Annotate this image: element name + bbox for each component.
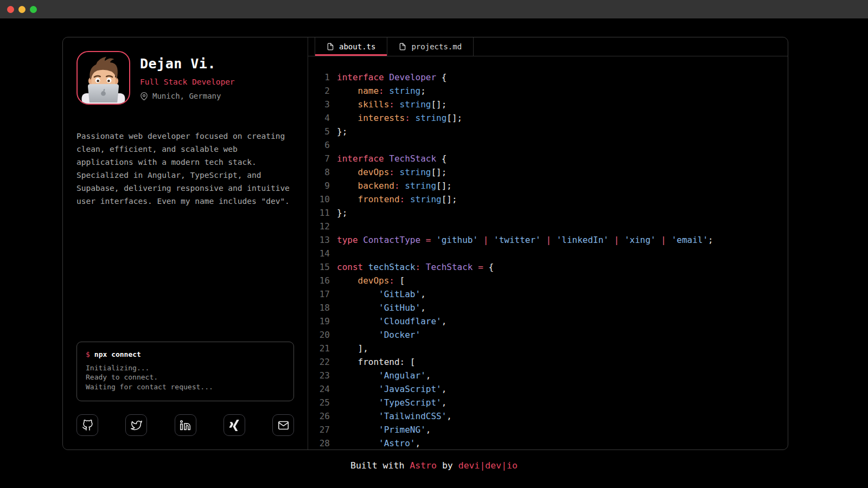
terminal-command: npx connect bbox=[94, 350, 141, 358]
profile-role: Full Stack Developer bbox=[140, 78, 235, 86]
file-icon bbox=[327, 43, 334, 50]
twitter-icon bbox=[131, 420, 142, 431]
line-number: 5 bbox=[308, 125, 330, 138]
code-lines: 1interface Developer {2 name: string;3 s… bbox=[308, 56, 788, 450]
linkedin-icon bbox=[180, 420, 191, 431]
profile-sidebar: Dejan Vi. Full Stack Developer Munich, G… bbox=[63, 37, 308, 450]
terminal-output-line: Ready to connect. bbox=[86, 373, 285, 382]
code-line: 15const techStack: TechStack = { bbox=[308, 260, 788, 274]
tab-label: about.ts bbox=[339, 42, 375, 51]
avatar bbox=[76, 51, 130, 105]
code-line: 19 'Cloudflare', bbox=[308, 314, 788, 328]
terminal-output-line: Initializing... bbox=[86, 363, 285, 373]
terminal-command-line: $npx connect bbox=[86, 350, 285, 358]
code-line: 11}; bbox=[308, 206, 788, 220]
profile-bio: Passionate web developer focused on crea… bbox=[76, 130, 294, 208]
line-number: 25 bbox=[308, 396, 330, 409]
code-line: 10 frontend: string[]; bbox=[308, 192, 788, 206]
footer: Built with Astro by devi|dev|io bbox=[0, 460, 868, 471]
line-number: 16 bbox=[308, 274, 330, 287]
profile-location-label: Munich, Germany bbox=[152, 92, 221, 100]
tab-projects-md[interactable]: projects.md bbox=[387, 37, 474, 56]
code-line: 17 'GitLab', bbox=[308, 287, 788, 301]
line-number: 1 bbox=[308, 70, 330, 84]
line-number: 11 bbox=[308, 206, 330, 220]
code-line: 18 'GitHub', bbox=[308, 301, 788, 314]
code-line: 25 'TypeScript', bbox=[308, 396, 788, 409]
footer-prefix: Built with bbox=[350, 460, 404, 471]
footer-middle: by bbox=[442, 460, 453, 471]
social-linkedin-button[interactable] bbox=[175, 414, 196, 436]
code-line: 21 ], bbox=[308, 342, 788, 355]
code-line: 22 frontend: [ bbox=[308, 355, 788, 369]
terminal-box: $npx connect Initializing... Ready to co… bbox=[76, 342, 294, 402]
social-twitter-button[interactable] bbox=[125, 414, 147, 436]
minimize-window-button[interactable] bbox=[18, 6, 25, 13]
profile-text: Dejan Vi. Full Stack Developer Munich, G… bbox=[140, 51, 235, 105]
code-line: 24 'JavaScript', bbox=[308, 382, 788, 396]
xing-icon bbox=[228, 420, 240, 431]
code-line: 20 'Docker' bbox=[308, 328, 788, 342]
code-line: 2 name: string; bbox=[308, 84, 788, 98]
code-line: 8 devOps: string[]; bbox=[308, 165, 788, 179]
line-number: 28 bbox=[308, 436, 330, 450]
code-line: 9 backend: string[]; bbox=[308, 179, 788, 192]
line-number: 27 bbox=[308, 423, 330, 436]
line-number: 17 bbox=[308, 287, 330, 301]
line-number: 4 bbox=[308, 111, 330, 125]
line-number: 18 bbox=[308, 301, 330, 314]
tab-label: projects.md bbox=[411, 42, 462, 51]
window-titlebar bbox=[0, 0, 868, 18]
social-github-button[interactable] bbox=[76, 414, 98, 436]
code-line: 4 interests: string[]; bbox=[308, 111, 788, 125]
code-line: 13type ContactType = 'github' | 'twitter… bbox=[308, 233, 788, 247]
github-icon bbox=[82, 420, 93, 431]
code-line: 3 skills: string[]; bbox=[308, 98, 788, 111]
terminal-output: Initializing... Ready to connect. Waitin… bbox=[86, 363, 285, 392]
code-line: 28 'Astro', bbox=[308, 436, 788, 450]
map-pin-icon bbox=[140, 92, 148, 100]
terminal-output-line: Waiting for contact request... bbox=[86, 382, 285, 392]
line-number: 14 bbox=[308, 247, 330, 260]
code-line: 6 bbox=[308, 138, 788, 152]
code-line: 26 'TailwindCSS', bbox=[308, 409, 788, 423]
line-number: 12 bbox=[308, 220, 330, 233]
code-line: 1interface Developer { bbox=[308, 70, 788, 84]
line-number: 21 bbox=[308, 342, 330, 355]
profile-name: Dejan Vi. bbox=[140, 56, 235, 72]
line-number: 22 bbox=[308, 355, 330, 369]
line-number: 6 bbox=[308, 138, 330, 152]
footer-brand-link[interactable]: devi|dev|io bbox=[458, 460, 518, 471]
code-line: 23 'Angular', bbox=[308, 369, 788, 382]
social-email-button[interactable] bbox=[272, 414, 294, 436]
maximize-window-button[interactable] bbox=[30, 6, 37, 13]
footer-astro-link[interactable]: Astro bbox=[410, 460, 437, 471]
line-number: 9 bbox=[308, 179, 330, 192]
social-xing-button[interactable] bbox=[224, 414, 245, 436]
line-number: 13 bbox=[308, 233, 330, 247]
line-number: 2 bbox=[308, 84, 330, 98]
line-number: 10 bbox=[308, 192, 330, 206]
code-editor: about.ts projects.md 1interface Develope… bbox=[308, 37, 788, 450]
memoji-avatar-graphic bbox=[78, 52, 129, 104]
code-line: 14 bbox=[308, 247, 788, 260]
tab-about-ts[interactable]: about.ts bbox=[315, 37, 387, 56]
file-icon bbox=[399, 43, 406, 50]
close-window-button[interactable] bbox=[7, 6, 14, 13]
profile-header: Dejan Vi. Full Stack Developer Munich, G… bbox=[76, 51, 294, 105]
line-number: 19 bbox=[308, 314, 330, 328]
social-links bbox=[76, 414, 294, 436]
code-line: 5}; bbox=[308, 125, 788, 138]
code-line: 12 bbox=[308, 220, 788, 233]
line-number: 24 bbox=[308, 382, 330, 396]
portfolio-card: Dejan Vi. Full Stack Developer Munich, G… bbox=[62, 37, 788, 450]
code-line: 16 devOps: [ bbox=[308, 274, 788, 287]
line-number: 20 bbox=[308, 328, 330, 342]
line-number: 3 bbox=[308, 98, 330, 111]
terminal-prompt: $ bbox=[86, 350, 90, 358]
line-number: 23 bbox=[308, 369, 330, 382]
line-number: 26 bbox=[308, 409, 330, 423]
mail-icon bbox=[278, 420, 289, 431]
line-number: 15 bbox=[308, 260, 330, 274]
line-number: 8 bbox=[308, 165, 330, 179]
